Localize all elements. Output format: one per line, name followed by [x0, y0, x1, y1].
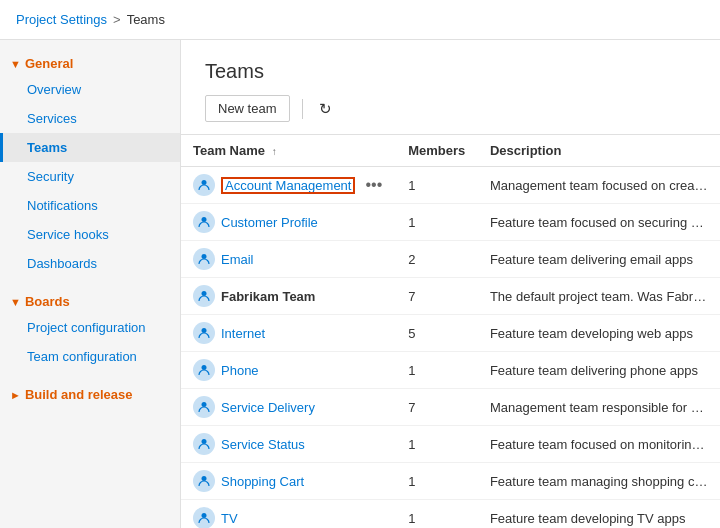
sidebar: ▼ General Overview Services Teams Securi… — [0, 40, 181, 528]
team-avatar-icon — [193, 433, 215, 455]
svg-point-4 — [202, 328, 207, 333]
table-row[interactable]: TV1Feature team developing TV apps — [181, 500, 720, 529]
table-row[interactable]: Service Status1Feature team focused on m… — [181, 426, 720, 463]
team-description: Feature team managing shopping cart app — [478, 463, 720, 500]
top-bar: Project Settings > Teams — [0, 0, 720, 40]
more-actions-button[interactable]: ••• — [365, 176, 382, 194]
build-section-label: Build and release — [25, 387, 133, 402]
content-area: Teams New team ↻ Team Name ↑ Members Des… — [181, 40, 720, 528]
table-row[interactable]: Customer Profile1Feature team focused on… — [181, 204, 720, 241]
team-description: Management team responsible for ensure — [478, 389, 720, 426]
boards-section-label: Boards — [25, 294, 70, 309]
svg-point-6 — [202, 402, 207, 407]
chevron-down-icon: ▼ — [10, 296, 21, 308]
sidebar-item-label: Team configuration — [27, 349, 137, 364]
sidebar-item-label: Service hooks — [27, 227, 109, 242]
team-name-link[interactable]: TV — [221, 511, 238, 526]
sidebar-item-project-config[interactable]: Project configuration — [0, 313, 180, 342]
sidebar-item-services[interactable]: Services — [0, 104, 180, 133]
team-name-link[interactable]: Email — [221, 252, 254, 267]
team-members-count: 1 — [396, 204, 478, 241]
table-row[interactable]: Internet5Feature team developing web app… — [181, 315, 720, 352]
team-name-link[interactable]: Account Management — [221, 177, 355, 194]
table-row[interactable]: Fabrikam Team7The default project team. … — [181, 278, 720, 315]
breadcrumb-current: Teams — [127, 12, 165, 27]
team-avatar-icon — [193, 285, 215, 307]
team-members-count: 1 — [396, 167, 478, 204]
svg-point-2 — [202, 254, 207, 259]
content-header: Teams New team ↻ — [181, 40, 720, 135]
sidebar-item-label: Dashboards — [27, 256, 97, 271]
col-members[interactable]: Members — [396, 135, 478, 167]
refresh-button[interactable]: ↻ — [315, 96, 336, 122]
team-members-count: 1 — [396, 426, 478, 463]
sidebar-item-label: Project configuration — [27, 320, 146, 335]
team-name-link[interactable]: Service Delivery — [221, 400, 315, 415]
table-row[interactable]: Phone1Feature team delivering phone apps — [181, 352, 720, 389]
table-row[interactable]: Account Management•••1Management team fo… — [181, 167, 720, 204]
breadcrumb-project[interactable]: Project Settings — [16, 12, 107, 27]
table-row[interactable]: Shopping Cart1Feature team managing shop… — [181, 463, 720, 500]
team-name-link[interactable]: Customer Profile — [221, 215, 318, 230]
svg-point-8 — [202, 476, 207, 481]
table-row[interactable]: Email2Feature team delivering email apps — [181, 241, 720, 278]
general-section-label: General — [25, 56, 73, 71]
sidebar-item-team-config[interactable]: Team configuration — [0, 342, 180, 371]
col-team-name[interactable]: Team Name ↑ — [181, 135, 396, 167]
sidebar-section-build[interactable]: ► Build and release — [0, 379, 180, 406]
svg-point-1 — [202, 217, 207, 222]
sort-ascending-icon: ↑ — [272, 146, 277, 157]
svg-point-0 — [202, 180, 207, 185]
table-row[interactable]: Service Delivery7Management team respons… — [181, 389, 720, 426]
sidebar-item-label: Notifications — [27, 198, 98, 213]
team-description: Feature team developing web apps — [478, 315, 720, 352]
team-name-link[interactable]: Internet — [221, 326, 265, 341]
team-name-link[interactable]: Shopping Cart — [221, 474, 304, 489]
new-team-button[interactable]: New team — [205, 95, 290, 122]
sidebar-item-teams[interactable]: Teams — [0, 133, 180, 162]
team-avatar-icon — [193, 174, 215, 196]
team-avatar-icon — [193, 322, 215, 344]
sidebar-item-security[interactable]: Security — [0, 162, 180, 191]
sidebar-item-label: Teams — [27, 140, 67, 155]
sidebar-item-service-hooks[interactable]: Service hooks — [0, 220, 180, 249]
teams-table: Team Name ↑ Members Description Account … — [181, 135, 720, 528]
team-avatar-icon — [193, 359, 215, 381]
sidebar-item-label: Overview — [27, 82, 81, 97]
team-members-count: 7 — [396, 278, 478, 315]
team-name-link[interactable]: Fabrikam Team — [221, 289, 315, 304]
chevron-right-icon: ► — [10, 389, 21, 401]
team-description: The default project team. Was Fabrikam F… — [478, 278, 720, 315]
sidebar-section-general[interactable]: ▼ General — [0, 48, 180, 75]
team-members-count: 1 — [396, 352, 478, 389]
breadcrumb-separator: > — [113, 12, 121, 27]
main-layout: ▼ General Overview Services Teams Securi… — [0, 40, 720, 528]
teams-table-container: Team Name ↑ Members Description Account … — [181, 135, 720, 528]
sidebar-item-overview[interactable]: Overview — [0, 75, 180, 104]
table-header-row: Team Name ↑ Members Description — [181, 135, 720, 167]
team-description: Feature team delivering phone apps — [478, 352, 720, 389]
team-avatar-icon — [193, 470, 215, 492]
toolbar: New team ↻ — [205, 95, 696, 122]
chevron-down-icon: ▼ — [10, 58, 21, 70]
team-avatar-icon — [193, 211, 215, 233]
team-name-link[interactable]: Service Status — [221, 437, 305, 452]
team-description: Management team focused on creating an — [478, 167, 720, 204]
team-members-count: 2 — [396, 241, 478, 278]
team-avatar-icon — [193, 507, 215, 528]
sidebar-section-boards[interactable]: ▼ Boards — [0, 286, 180, 313]
team-avatar-icon — [193, 396, 215, 418]
sidebar-item-dashboards[interactable]: Dashboards — [0, 249, 180, 278]
svg-point-7 — [202, 439, 207, 444]
sidebar-item-label: Security — [27, 169, 74, 184]
toolbar-divider — [302, 99, 303, 119]
team-members-count: 7 — [396, 389, 478, 426]
team-members-count: 1 — [396, 463, 478, 500]
page-title: Teams — [205, 60, 696, 83]
team-name-link[interactable]: Phone — [221, 363, 259, 378]
team-members-count: 1 — [396, 500, 478, 529]
team-description: Feature team developing TV apps — [478, 500, 720, 529]
team-description: Feature team delivering email apps — [478, 241, 720, 278]
sidebar-item-notifications[interactable]: Notifications — [0, 191, 180, 220]
svg-point-5 — [202, 365, 207, 370]
